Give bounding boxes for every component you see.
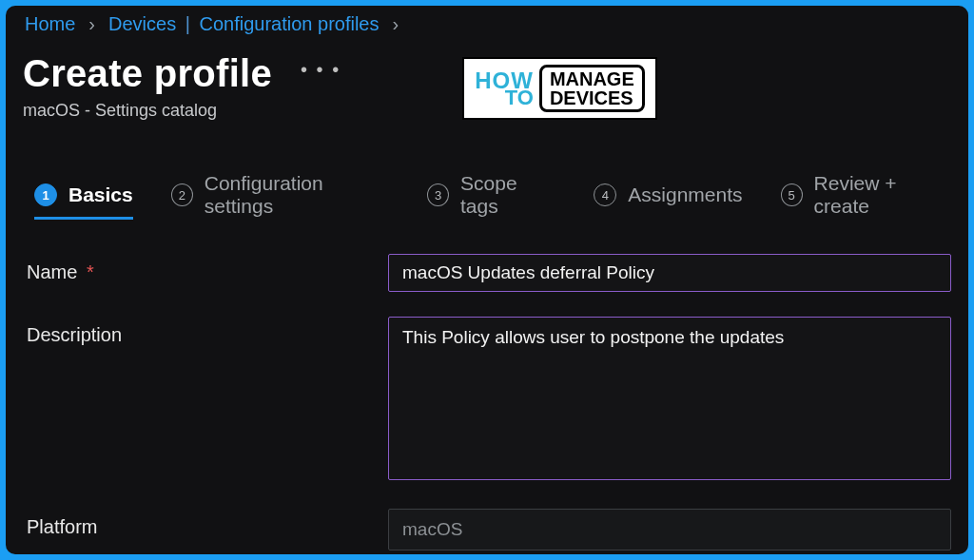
- step-number: 4: [594, 183, 616, 206]
- tab-review-create[interactable]: 5 Review + create: [781, 172, 951, 218]
- tab-label: Assignments: [628, 183, 742, 206]
- breadcrumb-profiles-text: Configuration profiles: [200, 13, 380, 34]
- breadcrumb-home[interactable]: Home: [25, 13, 75, 35]
- logo-line1: MANAGE: [550, 69, 634, 88]
- step-number: 5: [781, 183, 803, 206]
- tab-scope-tags[interactable]: 3 Scope tags: [427, 172, 555, 218]
- tab-assignments[interactable]: 4 Assignments: [594, 183, 742, 206]
- breadcrumb-devices-text: Devices: [108, 13, 176, 34]
- brand-logo: HOW TO MANAGE DEVICES: [462, 57, 657, 120]
- step-number: 2: [171, 183, 193, 206]
- platform-value: macOS: [388, 509, 951, 550]
- step-number: 3: [427, 183, 449, 206]
- tab-basics[interactable]: 1 Basics: [34, 183, 133, 206]
- chevron-right-icon: ›: [393, 13, 399, 35]
- platform-label: Platform: [27, 516, 97, 537]
- name-label: Name: [27, 261, 77, 282]
- tab-label: Review + create: [814, 172, 951, 218]
- required-icon: *: [83, 261, 94, 282]
- wizard-tabs: 1 Basics 2 Configuration settings 3 Scop…: [23, 172, 951, 218]
- chevron-right-icon: ›: [88, 13, 95, 35]
- form: Name * Description Platform macOS: [23, 254, 951, 550]
- description-label: Description: [27, 324, 122, 345]
- description-input[interactable]: [388, 317, 951, 480]
- page-title: Create profile: [23, 52, 272, 95]
- tab-label: Configuration settings: [205, 172, 389, 218]
- tab-configuration-settings[interactable]: 2 Configuration settings: [171, 172, 389, 218]
- more-icon[interactable]: • • •: [295, 59, 341, 81]
- tab-label: Basics: [68, 183, 133, 206]
- breadcrumb: Home › Devices | Configuration profiles …: [23, 11, 951, 35]
- step-number: 1: [34, 183, 57, 206]
- logo-line2: DEVICES: [550, 88, 634, 107]
- name-input[interactable]: [388, 254, 951, 292]
- breadcrumb-devices[interactable]: Devices | Configuration profiles: [108, 13, 379, 35]
- logo-to: TO: [475, 89, 534, 106]
- tab-label: Scope tags: [460, 172, 555, 218]
